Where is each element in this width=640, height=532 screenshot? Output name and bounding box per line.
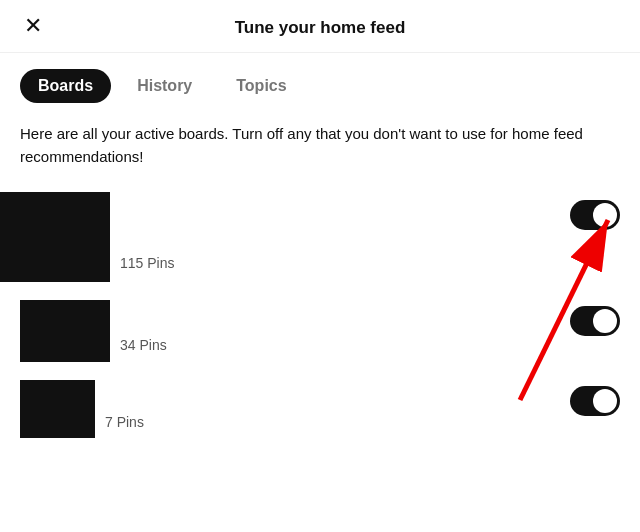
board-pins-3: 7 Pins [105,414,144,430]
dialog-title: Tune your home feed [235,18,406,38]
board-info-2: 34 Pins [110,300,620,354]
close-icon: ✕ [24,13,42,38]
board-item-1: 115 Pins [0,184,640,286]
board-thumbnail-1 [0,192,110,282]
board-pins-1: 115 Pins [120,255,174,271]
tab-boards[interactable]: Boards [20,69,111,103]
tabs-container: Boards History Topics [0,53,640,111]
board-thumbnail-3 [20,380,95,438]
tab-history[interactable]: History [119,69,210,103]
board-info-3: 7 Pins [95,380,620,431]
boards-list: 115 Pins 34 Pins 7 Pins [0,184,640,462]
board-toggle-2[interactable] [570,306,620,336]
board-toggle-1[interactable] [570,200,620,230]
board-toggle-3[interactable] [570,386,620,416]
board-item-2: 34 Pins [0,286,640,366]
tab-topics[interactable]: Topics [218,69,304,103]
board-thumbnail-2 [20,300,110,362]
board-item-3: 7 Pins [0,366,640,442]
description-text: Here are all your active boards. Turn of… [0,111,640,184]
close-button[interactable]: ✕ [20,11,46,41]
board-pins-2: 34 Pins [120,337,167,353]
dialog-header: ✕ Tune your home feed [0,0,640,53]
board-info-1: 115 Pins [110,192,620,272]
